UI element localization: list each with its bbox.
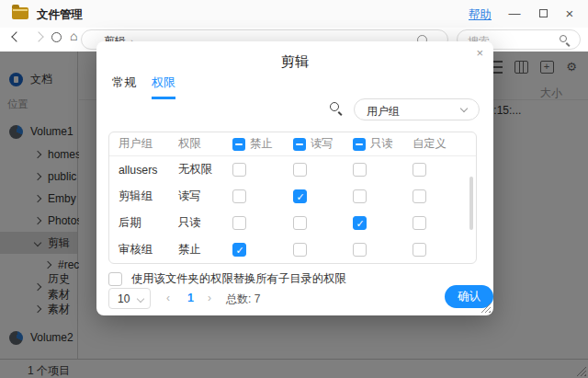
- page-size-select[interactable]: 10: [108, 288, 151, 309]
- deny-checkbox[interactable]: [232, 163, 246, 177]
- filter-search-icon[interactable]: [330, 102, 339, 111]
- readonly-indeterminate-checkbox-icon[interactable]: [353, 138, 366, 151]
- refresh-button[interactable]: [51, 32, 62, 42]
- group-name-cell: allusers: [119, 164, 178, 177]
- group-name-cell: 剪辑组: [119, 189, 178, 204]
- readwrite-indeterminate-checkbox-icon[interactable]: [293, 138, 306, 151]
- tab-general[interactable]: 常规: [112, 74, 136, 99]
- readwrite-checkbox[interactable]: [293, 163, 307, 177]
- table-row: allusers无权限: [109, 156, 476, 183]
- readonly-checkbox[interactable]: [353, 216, 367, 230]
- readonly-checkbox[interactable]: [353, 189, 367, 203]
- permission-cell: 无权限: [178, 162, 232, 178]
- dialog-tabs: 常规 权限: [112, 74, 175, 99]
- permission-cell: 只读: [178, 215, 232, 231]
- apply-to-children-row: 使用该文件夹的权限替换所有子目录的权限: [108, 271, 346, 287]
- col-header-readwrite: 读写: [293, 136, 353, 152]
- table-scrollbar[interactable]: [469, 177, 473, 230]
- permission-table-body: allusers无权限剪辑组读写后期只读审核组禁止: [109, 156, 476, 263]
- group-name-cell: 审核组: [119, 242, 178, 258]
- confirm-button[interactable]: 确认: [445, 285, 493, 308]
- permission-table-header: 用户组 权限 禁止 读写 只读 自定义: [109, 132, 476, 156]
- custom-checkbox[interactable]: [413, 163, 426, 177]
- search-icon[interactable]: [560, 35, 567, 42]
- apply-to-children-label: 使用该文件夹的权限替换所有子目录的权限: [131, 271, 346, 287]
- apply-to-children-checkbox[interactable]: [108, 272, 122, 286]
- table-row: 剪辑组读写: [109, 183, 476, 210]
- dialog-footer: 10 ‹ 1 › 总数: 7 确认: [108, 288, 481, 310]
- custom-checkbox[interactable]: [413, 189, 426, 203]
- permission-cell: 读写: [178, 189, 232, 204]
- readonly-checkbox[interactable]: [353, 163, 367, 177]
- app-title: 文件管理: [37, 7, 83, 23]
- prev-page-button[interactable]: ‹: [166, 292, 170, 304]
- total-count-label: 总数: 7: [226, 292, 260, 307]
- titlebar: 文件管理 帮助 — ×: [0, 0, 588, 28]
- table-row: 审核组禁止: [109, 236, 476, 263]
- minimize-button[interactable]: —: [507, 6, 522, 21]
- page-size-value: 10: [118, 292, 130, 305]
- readwrite-checkbox[interactable]: [293, 189, 307, 203]
- custom-checkbox[interactable]: [413, 216, 426, 230]
- help-link[interactable]: 帮助: [469, 7, 492, 23]
- deny-indeterminate-checkbox-icon[interactable]: [232, 138, 245, 151]
- maximize-button[interactable]: [536, 6, 550, 21]
- col-header-permission: 权限: [178, 136, 232, 152]
- maximize-icon: [539, 9, 548, 17]
- permission-cell: 禁止: [178, 242, 232, 258]
- readwrite-checkbox[interactable]: [293, 216, 307, 230]
- permissions-dialog: × 剪辑 常规 权限 用户组 用户组 权限 禁止 读写 只读 自定义 allus…: [96, 41, 493, 315]
- deny-checkbox[interactable]: [232, 216, 246, 230]
- tab-permissions[interactable]: 权限: [152, 74, 175, 99]
- filter-type-select[interactable]: 用户组: [354, 98, 480, 120]
- home-button[interactable]: ⌂: [70, 29, 77, 43]
- group-name-cell: 后期: [119, 215, 178, 231]
- dialog-title: 剪辑: [96, 53, 493, 71]
- table-row: 后期只读: [109, 210, 476, 236]
- current-page[interactable]: 1: [187, 292, 194, 304]
- filter-type-value: 用户组: [367, 104, 400, 120]
- readonly-checkbox[interactable]: [353, 243, 367, 257]
- deny-checkbox[interactable]: [232, 189, 246, 203]
- col-header-deny: 禁止: [232, 136, 293, 152]
- col-header-custom: 自定义: [413, 136, 476, 152]
- close-window-button[interactable]: ×: [562, 6, 577, 21]
- col-header-group: 用户组: [119, 136, 178, 152]
- next-page-button[interactable]: ›: [208, 292, 211, 304]
- custom-checkbox[interactable]: [413, 243, 426, 257]
- chevron-down-icon: [137, 295, 144, 303]
- app-window: 文件管理 帮助 — × ⌂ 剪辑› 搜索 文档 位置 Volume1 homes…: [0, 0, 588, 378]
- deny-checkbox[interactable]: [232, 243, 246, 257]
- readwrite-checkbox[interactable]: [293, 243, 307, 257]
- chevron-down-icon: [460, 105, 468, 112]
- app-folder-icon: [12, 7, 28, 19]
- permission-table: 用户组 权限 禁止 读写 只读 自定义 allusers无权限剪辑组读写后期只读…: [108, 132, 477, 264]
- col-header-readonly: 只读: [353, 136, 413, 152]
